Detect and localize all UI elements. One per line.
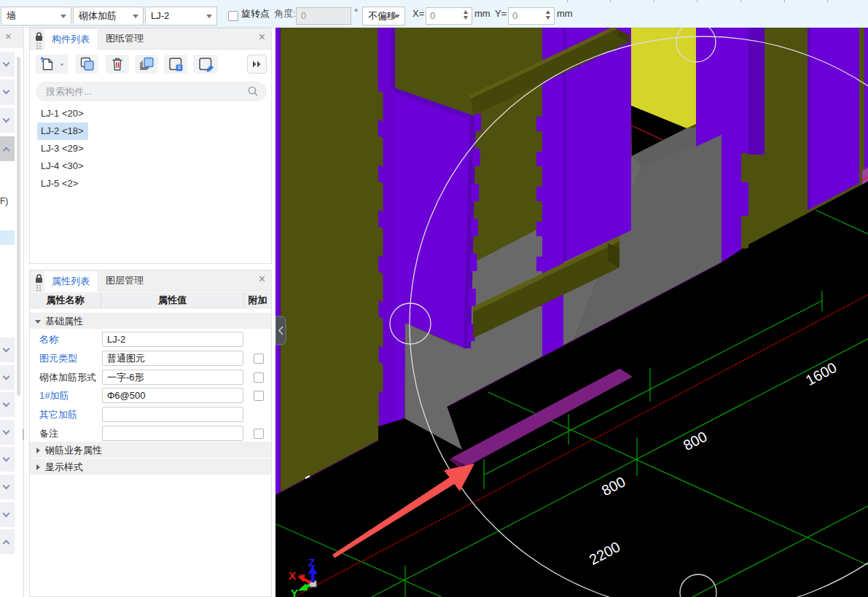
svg-text:Z: Z bbox=[308, 556, 315, 569]
svg-text:Y: Y bbox=[291, 587, 298, 597]
svg-text:X: X bbox=[289, 569, 296, 582]
